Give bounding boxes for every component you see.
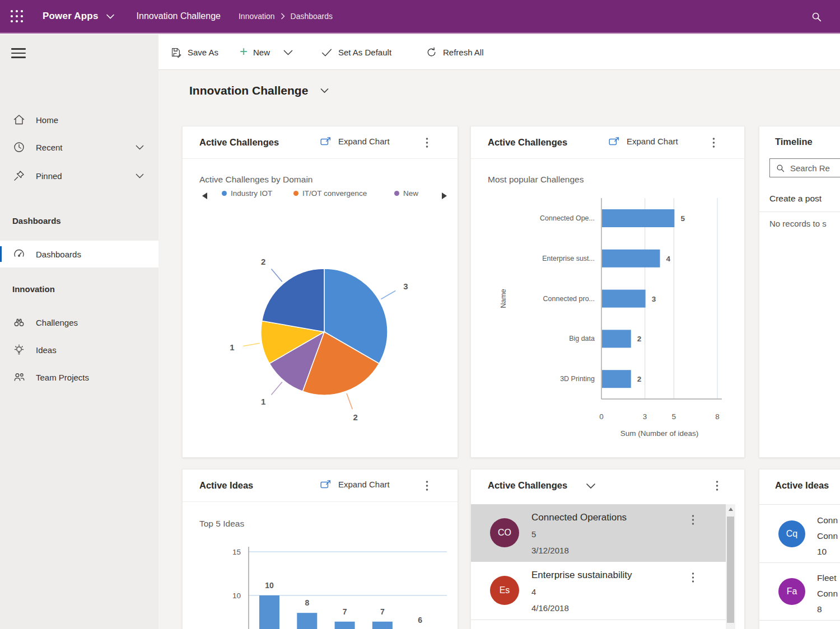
chevron-down-icon[interactable] [136,145,144,150]
record-more-options-button[interactable] [689,514,697,527]
global-search-button[interactable] [804,0,829,34]
x-axis-title: Sum (Number of ideas) [620,429,699,438]
sidebar-item-label: Recent [36,143,63,152]
waffle-grid-icon [10,9,24,24]
record-name: Connected Operations [531,512,627,523]
pie-chart: 32112 [183,199,458,445]
timeline-search-box[interactable] [769,158,840,177]
set-as-default-label: Set As Default [338,48,391,57]
bar-value-label: 8 [305,598,309,607]
lightbulb-icon [12,343,26,356]
left-navigation: Home Recent Pinned Dashboards Dashboards… [0,35,158,629]
expand-chart-button[interactable]: Expand Chart [320,479,390,489]
scrollbar-up-arrow[interactable] [726,504,735,514]
card-active-challenges-list: Active Challenges CO Connected Operation… [470,469,745,629]
sidebar-item-recent[interactable]: Recent [0,134,158,161]
sidebar-item-dashboards[interactable]: Dashboards [0,241,158,267]
card-header: Active Ideas Expand Chart [183,470,458,501]
set-as-default-button[interactable]: Set As Default [321,35,391,70]
y-axis-title: Name [499,289,507,308]
list-scrollbar[interactable] [726,504,735,629]
category-label: Connected pro... [543,295,595,303]
bar[interactable] [335,622,355,629]
bar[interactable] [372,622,393,629]
record-enterprise-sustainability[interactable]: Es Enterprise sustainability 4 4/16/2018 [471,562,727,619]
pie-data-label: 2 [261,257,265,266]
record-date: 3/12/2018 [531,546,569,555]
bar-value-label: 10 [265,581,274,590]
timeline-search-input[interactable] [790,163,840,173]
app-name[interactable]: Power Apps [43,11,99,22]
bar[interactable] [602,250,660,267]
home-icon [12,113,26,126]
sidebar-item-pinned[interactable]: Pinned [0,162,158,189]
bar[interactable] [602,209,674,227]
binoculars-icon [12,316,26,329]
top-app-bar: Power Apps Innovation Challenge Innovati… [0,0,840,34]
sidebar-item-ideas[interactable]: Ideas [0,336,158,363]
breadcrumb-current[interactable]: Dashboards [291,12,333,21]
pie-slice[interactable] [262,269,324,332]
bar[interactable] [259,595,279,629]
record-connected-operations[interactable]: CO Connected Operations 5 3/12/2018 [471,504,727,562]
divider [759,620,840,621]
list-view-selector[interactable]: Active Challenges [488,480,596,491]
card-more-options-button[interactable] [713,480,721,492]
legend-scroll-right-icon[interactable] [442,193,447,199]
gauge-icon [12,247,26,261]
card-more-options-button[interactable] [423,137,431,149]
card-more-options-button[interactable] [423,480,431,492]
expand-chart-button[interactable]: Expand Chart [608,136,678,146]
record-more-options-button[interactable] [689,572,697,584]
sidebar-section-dashboards: Dashboards [12,216,61,226]
legend-scroll-left-icon[interactable] [202,193,207,199]
ellipsis-vertical-icon [716,480,718,491]
divider [183,501,458,502]
expand-chart-button[interactable]: Expand Chart [320,136,390,146]
pie-data-label: 3 [403,281,408,291]
idea-record[interactable]: Cq Conn Conn 10 [759,504,840,562]
new-label: New [253,48,270,57]
hamburger-menu-icon[interactable] [11,48,26,59]
legend-item[interactable]: New [394,189,418,198]
record-name: Enterprise sustainability [531,570,632,581]
ellipsis-vertical-icon [692,572,694,583]
refresh-all-label: Refresh All [443,48,484,57]
legend-label: IT/OT convergence [302,189,367,198]
save-as-button[interactable]: Save As [170,35,218,70]
category-label: Connected Ope... [540,214,595,222]
chevron-down-icon[interactable] [136,173,144,179]
breadcrumb-parent[interactable]: Innovation [239,12,275,21]
bar[interactable] [602,330,631,348]
plus-icon: + [240,45,248,58]
x-tick-label: 3 [643,412,647,421]
refresh-all-button[interactable]: Refresh All [426,35,484,70]
idea-name: Fleet [817,573,836,583]
idea-record[interactable]: Fa Fleet Conn 8 [759,562,840,620]
sidebar-item-team-projects[interactable]: Team Projects [0,364,158,391]
bar[interactable] [602,370,631,388]
card-title: Timeline [775,137,813,147]
dashboard-selector[interactable]: Innovation Challenge [189,84,329,97]
y-tick-label: 10 [232,592,241,600]
scrollbar-thumb[interactable] [727,517,734,623]
card-more-options-button[interactable] [710,137,717,149]
ellipsis-vertical-icon [426,137,428,148]
bar[interactable] [297,613,317,629]
legend-item[interactable]: Industry IOT [222,189,272,198]
waffle-menu-icon[interactable] [3,0,30,33]
divider [471,158,744,159]
sidebar-item-home[interactable]: Home [0,106,158,133]
avatar: Cq [778,520,805,547]
new-button[interactable]: + New [240,35,293,70]
legend-item[interactable]: IT/OT convergence [293,189,367,198]
y-tick-label: 15 [232,548,241,556]
idea-votes: 10 [817,547,827,557]
app-switcher-chevron-icon[interactable] [106,14,114,19]
bar[interactable] [602,290,646,308]
card-title: Active Challenges [488,137,567,148]
chevron-down-icon [320,88,329,93]
new-split-chevron-icon[interactable] [283,50,293,55]
sidebar-item-label: Ideas [36,345,57,355]
sidebar-item-challenges[interactable]: Challenges [0,309,158,336]
